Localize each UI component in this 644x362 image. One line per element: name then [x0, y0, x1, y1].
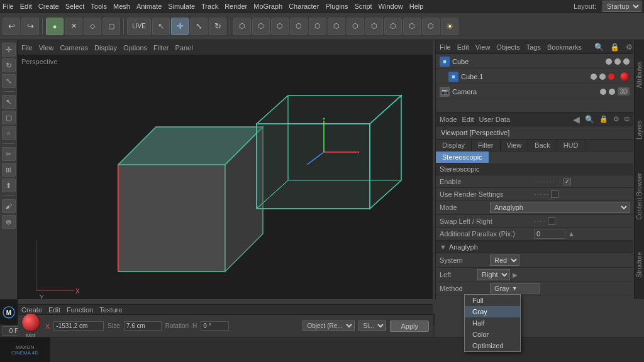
size-type-select[interactable]: Si...	[358, 321, 386, 331]
system-select[interactable]: Red	[490, 255, 519, 266]
parallax-input[interactable]	[534, 229, 565, 239]
menu-script[interactable]: Script	[354, 3, 372, 10]
camera-dot1[interactable]	[600, 89, 606, 95]
viewport-canvas[interactable]: Perspective Y X	[18, 55, 433, 299]
lt-select-btn[interactable]: ↖	[2, 95, 16, 109]
dropdown-item-optimized[interactable]: Optimized	[465, 340, 520, 351]
dropdown-item-half[interactable]: Half	[465, 317, 520, 329]
attr-search-icon[interactable]: 🔍	[585, 115, 594, 124]
attr-mode[interactable]: Mode	[440, 116, 457, 123]
obj-objects[interactable]: Objects	[496, 43, 519, 51]
mat-texture[interactable]: Texture	[99, 306, 122, 314]
obj-view[interactable]: View	[475, 43, 491, 51]
tool-obj4[interactable]: ⬡	[290, 18, 308, 35]
obj-edit[interactable]: Edit	[457, 43, 469, 51]
content-browser-tab[interactable]: Content Browser	[636, 173, 643, 219]
tool-obj8[interactable]: ⬡	[365, 18, 383, 35]
tool-light[interactable]: ☀	[441, 18, 458, 35]
apply-button[interactable]: Apply	[390, 321, 429, 332]
menu-plugins[interactable]: Plugins	[325, 3, 348, 10]
tool-select-btn[interactable]: ↖	[152, 18, 170, 35]
menu-simulate[interactable]: Simulate	[168, 3, 195, 10]
obj-row-camera[interactable]: 📷 Camera 3D	[436, 84, 633, 99]
lt-paint-btn[interactable]: 🖌	[2, 199, 16, 213]
cube-dot3[interactable]	[623, 58, 630, 65]
cube1-dot2[interactable]	[599, 74, 606, 80]
attr-tab-filter[interactable]: Filter	[472, 140, 500, 151]
menu-tools[interactable]: Tools	[91, 3, 107, 10]
mode-poly-btn[interactable]: ▢	[103, 18, 120, 35]
lt-knife-btn[interactable]: ✂	[2, 147, 16, 161]
obj-settings-icon[interactable]: ⚙	[626, 43, 633, 52]
mode-object-btn[interactable]: ●	[46, 18, 64, 35]
swap-checkbox[interactable]	[548, 217, 555, 225]
menu-track[interactable]: Track	[201, 3, 218, 10]
anaglyph-collapse-icon[interactable]: ▼	[440, 243, 447, 251]
dropdown-item-gray[interactable]: Gray	[465, 306, 520, 317]
cube1-material-tag[interactable]	[619, 72, 630, 82]
obj-search-icon[interactable]: 🔍	[594, 43, 604, 52]
menu-select[interactable]: Select	[65, 3, 85, 10]
cube-dot2[interactable]	[614, 58, 621, 65]
undo-button[interactable]: ↩	[3, 18, 20, 35]
attr-edit[interactable]: Edit	[462, 116, 474, 123]
obj-tags[interactable]: Tags	[526, 43, 541, 51]
menu-window[interactable]: Window	[379, 3, 403, 10]
viewport-view[interactable]: View	[39, 44, 54, 52]
obj-lock-icon[interactable]: 🔒	[610, 43, 619, 52]
menu-animation[interactable]: Animate	[136, 3, 162, 10]
structure-tab[interactable]: Structure	[636, 252, 643, 278]
mode-select[interactable]: Anaglyph	[490, 202, 630, 213]
size-input[interactable]	[124, 321, 162, 331]
obj-file[interactable]: File	[440, 43, 451, 51]
viewport-filter[interactable]: Filter	[153, 44, 169, 52]
lt-move-btn[interactable]: ✛	[2, 43, 16, 57]
obj-row-cube1[interactable]: ■ Cube.1	[436, 69, 633, 84]
lt-bridge-btn[interactable]: ⊞	[2, 163, 16, 177]
tool-obj2[interactable]: ⬡	[252, 18, 270, 35]
tool-rotate-btn[interactable]: ↻	[209, 18, 226, 35]
attr-back-icon[interactable]: ◀	[573, 114, 580, 124]
obj-row-cube[interactable]: ■ Cube	[436, 54, 633, 69]
menu-help[interactable]: Help	[409, 3, 424, 10]
viewport-file[interactable]: File	[21, 44, 33, 52]
camera-dot2[interactable]	[609, 89, 615, 95]
attr-userdata[interactable]: User Data	[479, 116, 511, 123]
menu-file[interactable]: File	[3, 3, 14, 10]
dropdown-item-full[interactable]: Full	[465, 295, 520, 306]
lt-magnet-btn[interactable]: ⊗	[2, 215, 16, 229]
tool-move-btn[interactable]: ✛	[171, 18, 189, 35]
attr-tab-back[interactable]: Back	[528, 140, 557, 151]
mode-point-btn[interactable]: ✕	[65, 18, 82, 35]
obj-bookmarks[interactable]: Bookmarks	[547, 43, 582, 51]
attr-tab-view[interactable]: View	[501, 140, 529, 151]
tool-obj5[interactable]: ⬡	[309, 18, 326, 35]
redo-button[interactable]: ↪	[21, 18, 39, 35]
tool-obj7[interactable]: ⬡	[347, 18, 364, 35]
tool-live-btn[interactable]: LIVE	[127, 18, 151, 35]
dropdown-item-color[interactable]: Color	[465, 329, 520, 340]
render-checkbox[interactable]	[551, 190, 558, 198]
right-arrow[interactable]: ▶	[513, 272, 518, 278]
menu-mograph[interactable]: MoGraph	[253, 3, 282, 10]
tool-scale-btn[interactable]: ⤡	[190, 18, 208, 35]
object-type-select[interactable]: Object (Re...	[303, 321, 355, 331]
enable-checkbox[interactable]: ✓	[564, 178, 571, 185]
cube-dot1[interactable]	[606, 58, 612, 65]
menu-mesh[interactable]: Mesh	[113, 3, 130, 10]
cube1-dot3[interactable]	[608, 74, 614, 80]
lt-free-btn[interactable]: ○	[2, 126, 16, 140]
layers-tab[interactable]: Layers	[636, 121, 643, 140]
viewport-cameras[interactable]: Cameras	[60, 44, 88, 52]
tool-obj3[interactable]: ⬡	[271, 18, 289, 35]
menu-edit[interactable]: Edit	[20, 3, 32, 10]
attr-lock2-icon[interactable]: 🔒	[599, 115, 608, 123]
lt-box-btn[interactable]: ▢	[2, 111, 16, 124]
tool-obj1[interactable]: ⬡	[233, 18, 251, 35]
mode-edge-btn[interactable]: ◇	[84, 18, 101, 35]
menu-render[interactable]: Render	[225, 3, 247, 10]
tool-obj10[interactable]: ⬡	[403, 18, 421, 35]
method-dropdown-btn[interactable]: Gray ▼	[490, 283, 540, 293]
pos-x-input[interactable]	[53, 321, 104, 331]
viewport-display[interactable]: Display	[94, 44, 117, 52]
